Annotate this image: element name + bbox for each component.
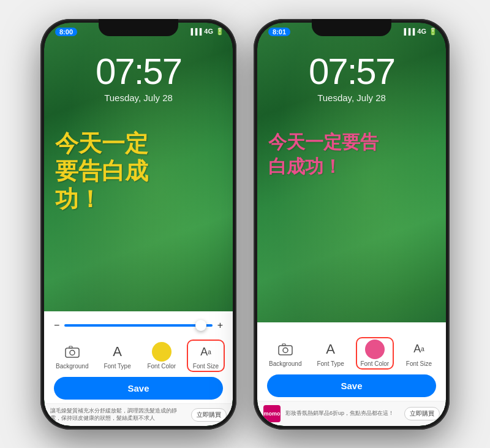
svg-rect-3	[279, 346, 292, 355]
battery-right: 🔋	[429, 28, 437, 36]
camera-icon-left	[62, 342, 82, 362]
phone-left: 8:00 ▐▐▐ 4G 🔋 07:57 Tuesday, July 28 今天一…	[40, 19, 236, 430]
fontsize-icon-left: Aa	[196, 342, 216, 362]
battery-left: 🔋	[216, 28, 224, 36]
toolbar-right: Background A Font Type Font Color Aa	[257, 328, 446, 371]
svg-rect-2	[69, 346, 72, 348]
status-bar-right: 8:01 ▐▐▐ 4G 🔋	[257, 23, 446, 44]
ad-banner-right: momo 彩妝香氛熱銷單品6折up，焦點夯品都在這！ 立即購買	[257, 401, 446, 426]
status-right-left: ▐▐▐ 4G 🔋	[189, 28, 224, 36]
slider-minus-left[interactable]: −	[54, 320, 59, 331]
lock-date-left: Tuesday, July 28	[44, 93, 233, 103]
tool-fonttype-label-right: Font Type	[317, 360, 344, 367]
tool-background-label-right: Background	[269, 360, 301, 367]
tool-fontcolor-label-right: Font Color	[360, 360, 389, 367]
fonttype-icon-right: A	[321, 340, 341, 359]
signal-bars-right: ▐▐▐	[402, 28, 415, 35]
bottom-panel-left: − +	[44, 311, 233, 425]
phones-container: 8:00 ▐▐▐ 4G 🔋 07:57 Tuesday, July 28 今天一…	[40, 19, 450, 430]
tool-fonttype-right[interactable]: A Font Type	[312, 337, 350, 370]
ad-text-right: 彩妝香氛熱銷單品6折up，焦點夯品都在這！	[285, 410, 399, 417]
network-right: 4G	[417, 28, 426, 35]
slider-thumb-left[interactable]	[195, 320, 206, 331]
bottom-panel-right: Background A Font Type Font Color Aa	[257, 322, 446, 426]
save-button-right[interactable]: Save	[267, 374, 436, 397]
fontcolor-circle-right	[365, 340, 385, 359]
status-time-left: 8:00	[55, 28, 77, 36]
fonttype-icon-left: A	[108, 342, 127, 362]
fontcolor-circle-left	[152, 342, 172, 362]
chinese-text-right: 今天一定要告白成功！	[268, 130, 379, 180]
tool-fontcolor-right[interactable]: Font Color	[356, 337, 394, 370]
tool-background-right[interactable]: Background	[265, 337, 305, 370]
lock-date-right: Tuesday, July 28	[257, 93, 446, 103]
signal-bars-left: ▐▐▐	[189, 28, 202, 35]
status-time-right: 8:01	[268, 28, 290, 36]
tool-fontsize-label-right: Font Size	[406, 360, 432, 367]
chinese-text-left: 今天一定要告白成功！	[55, 130, 148, 214]
lock-clock-left: 07:57 Tuesday, July 28	[44, 53, 233, 103]
ad-banner-left: 讓毛燥髮質補充水分舒緩放鬆，調理因洗髮造成的靜電，保持頭皮健康的狀態，髮絲柔順不…	[44, 403, 233, 425]
lock-clock-right: 07:57 Tuesday, July 28	[257, 53, 446, 103]
slider-row-left: − +	[44, 317, 233, 336]
tool-fontcolor-label-left: Font Color	[147, 363, 176, 370]
slider-track-left[interactable]	[64, 324, 212, 327]
tool-background-left[interactable]: Background	[52, 340, 92, 372]
lock-time-right: 07:57	[257, 53, 446, 90]
slider-plus-left[interactable]: +	[217, 320, 223, 331]
tool-fonttype-left[interactable]: A Font Type	[99, 340, 137, 372]
fontsize-icon-right: Aa	[409, 340, 429, 359]
ad-text-left: 讓毛燥髮質補充水分舒緩放鬆，調理因洗髮造成的靜電，保持頭皮健康的狀態，髮絲柔順不…	[50, 408, 186, 422]
lock-time-left: 07:57	[44, 53, 233, 90]
svg-rect-5	[282, 344, 285, 346]
phone-right-screen: 8:01 ▐▐▐ 4G 🔋 07:57 Tuesday, July 28 今天一…	[257, 23, 446, 426]
camera-icon-right	[276, 340, 295, 359]
ad-btn-right[interactable]: 立即購買	[404, 407, 440, 420]
network-left: 4G	[204, 28, 213, 35]
toolbar-left: Background A Font Type Font Color Aa	[44, 336, 233, 373]
tool-fontsize-label-left: Font Size	[193, 363, 219, 370]
tool-fontsize-left[interactable]: Aa Font Size	[187, 340, 225, 372]
svg-point-1	[70, 351, 75, 355]
tool-fonttype-label-left: Font Type	[104, 363, 130, 370]
svg-point-4	[283, 347, 288, 352]
svg-rect-0	[66, 348, 79, 357]
status-bar-left: 8:00 ▐▐▐ 4G 🔋	[44, 23, 233, 44]
phone-left-screen: 8:00 ▐▐▐ 4G 🔋 07:57 Tuesday, July 28 今天一…	[44, 23, 233, 426]
tool-background-label-left: Background	[56, 363, 88, 370]
momo-logo: momo	[263, 405, 281, 422]
tool-fontsize-right[interactable]: Aa Font Size	[400, 337, 438, 370]
status-right-right: ▐▐▐ 4G 🔋	[402, 28, 437, 36]
tool-fontcolor-left[interactable]: Font Color	[143, 340, 181, 372]
phone-right: 8:01 ▐▐▐ 4G 🔋 07:57 Tuesday, July 28 今天一…	[254, 19, 450, 430]
ad-btn-left[interactable]: 立即購買	[191, 408, 227, 422]
save-button-left[interactable]: Save	[54, 377, 223, 400]
